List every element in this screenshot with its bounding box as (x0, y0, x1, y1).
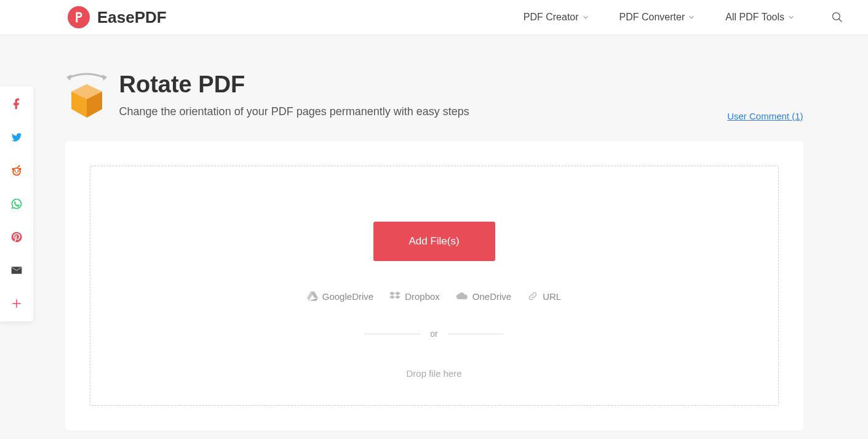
svg-point-0 (833, 13, 840, 20)
page-body: Rotate PDF Change the orientation of you… (0, 35, 868, 439)
onedrive-icon (456, 292, 468, 300)
source-url[interactable]: URL (527, 291, 561, 302)
nav-item-label: PDF Converter (619, 12, 685, 23)
page-title: Rotate PDF (119, 72, 469, 98)
chevron-down-icon (583, 14, 589, 20)
rotate-tool-icon (65, 72, 108, 121)
twitter-icon (10, 131, 23, 143)
svg-point-16 (14, 171, 16, 172)
svg-marker-3 (102, 75, 107, 81)
source-label: URL (543, 291, 561, 302)
logo[interactable]: EasePDF (68, 6, 167, 28)
share-whatsapp[interactable] (10, 197, 23, 211)
title-block: Rotate PDF Change the orientation of you… (119, 72, 469, 118)
divider-line (448, 334, 503, 334)
facebook-icon (10, 98, 23, 110)
svg-marker-11 (395, 292, 400, 296)
nav-item-label: PDF Creator (524, 12, 579, 23)
share-reddit[interactable] (10, 164, 23, 177)
dropzone[interactable]: Add File(s) GoogleDrive Dropbox OneDrive (90, 166, 779, 406)
nav-all-tools[interactable]: All PDF Tools (725, 12, 794, 23)
page-subtitle: Change the orientation of your PDF pages… (119, 105, 469, 118)
upload-sources: GoogleDrive Dropbox OneDrive URL (307, 291, 561, 302)
share-twitter[interactable] (10, 131, 23, 144)
pinterest-icon (10, 231, 23, 243)
svg-marker-2 (66, 75, 71, 81)
share-pinterest[interactable] (10, 230, 23, 244)
nav: PDF Creator PDF Converter All PDF Tools (524, 11, 843, 23)
link-icon (527, 291, 538, 302)
googledrive-icon (307, 291, 318, 301)
email-icon (10, 264, 23, 276)
user-comment-link[interactable]: User Comment (1) (727, 111, 803, 121)
search-icon (831, 11, 843, 23)
source-label: GoogleDrive (322, 291, 373, 302)
source-dropbox[interactable]: Dropbox (389, 291, 440, 302)
share-facebook[interactable] (10, 97, 23, 111)
divider: or (365, 329, 503, 339)
dropbox-icon (389, 291, 400, 301)
source-label: OneDrive (472, 291, 511, 302)
source-label: Dropbox (405, 291, 440, 302)
logo-text: EasePDF (97, 8, 167, 27)
svg-point-17 (17, 171, 19, 172)
svg-point-19 (12, 168, 14, 170)
drop-hint: Drop file here (406, 368, 461, 379)
nav-item-label: All PDF Tools (725, 12, 784, 23)
search-button[interactable] (831, 11, 843, 23)
header: EasePDF PDF Creator PDF Converter All PD… (0, 0, 868, 35)
svg-marker-12 (389, 296, 395, 299)
svg-point-15 (14, 169, 20, 175)
upload-card: Add File(s) GoogleDrive Dropbox OneDrive (65, 141, 803, 430)
add-files-button[interactable]: Add File(s) (373, 222, 495, 261)
nav-pdf-creator[interactable]: PDF Creator (524, 12, 589, 23)
svg-marker-13 (395, 296, 400, 299)
nav-pdf-converter[interactable]: PDF Converter (619, 12, 695, 23)
divider-text: or (430, 329, 437, 339)
share-more[interactable] (10, 297, 23, 310)
svg-line-1 (839, 19, 842, 22)
chevron-down-icon (788, 14, 794, 20)
title-row: Rotate PDF Change the orientation of you… (65, 72, 803, 121)
divider-line (365, 334, 420, 334)
logo-icon (68, 6, 90, 28)
plus-icon (11, 298, 22, 309)
source-googledrive[interactable]: GoogleDrive (307, 291, 373, 302)
svg-point-18 (19, 168, 21, 170)
share-email[interactable] (10, 264, 23, 277)
source-onedrive[interactable]: OneDrive (456, 291, 511, 302)
share-bar (0, 86, 33, 321)
chevron-down-icon (688, 14, 695, 20)
svg-marker-10 (389, 292, 395, 296)
whatsapp-icon (10, 198, 23, 210)
reddit-icon (10, 164, 23, 177)
